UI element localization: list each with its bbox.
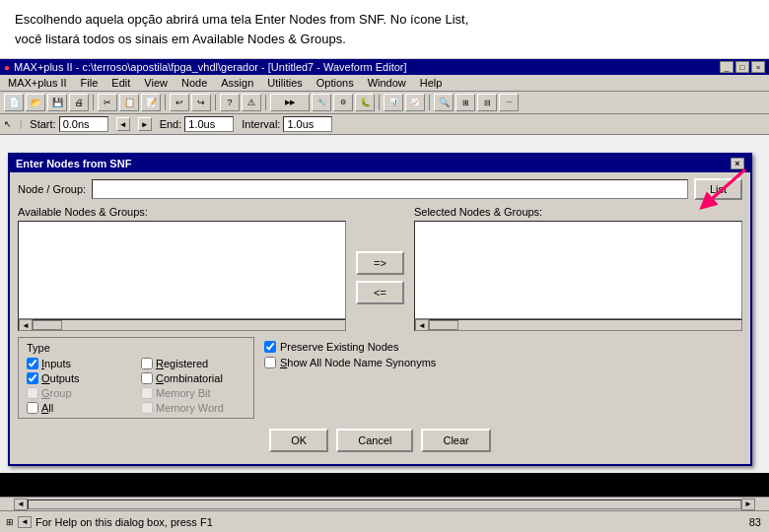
minimize-button[interactable]: _ [720,61,734,73]
menu-bar: MAX+plus II File Edit View Node Assign U… [0,75,769,92]
menu-utilities[interactable]: Utilities [261,76,308,90]
interval-input[interactable] [283,116,332,132]
help-text: For Help on this dialog box, press F1 [35,516,213,528]
toolbar-btn-3[interactable]: 💾 [47,94,67,111]
available-scroll-left[interactable]: ◄ [19,319,33,331]
cb-group: Group [27,387,131,399]
dialog-close-button[interactable]: × [731,158,744,169]
toolbar-btn-13[interactable]: 🔧 [312,94,331,111]
toolbar-btn-21[interactable]: ⋯ [499,94,519,111]
menu-maxplus[interactable]: MAX+plus II [2,76,73,90]
interval-field: Interval: [242,116,332,132]
available-scrollbar[interactable]: ◄ [18,319,346,331]
toolbar-btn-10[interactable]: ? [220,94,240,111]
available-scroll-thumb[interactable] [33,320,62,330]
window-title-label: MAX+plus II - c:\terroso\apostila\fpga_v… [14,61,407,73]
preserve-nodes-checkbox[interactable] [264,341,276,353]
available-listbox[interactable] [18,221,346,319]
toolbar-btn-16[interactable]: 📊 [384,94,403,111]
window-title-text: ● MAX+plus II - c:\terroso\apostila\fpga… [4,61,407,73]
cb-all-checkbox[interactable] [27,402,38,414]
toolbar-sep-3 [215,95,216,110]
selected-label: Selected Nodes & Groups: [414,206,742,218]
menu-node[interactable]: Node [175,76,213,90]
end-field: End: [160,116,235,132]
menu-options[interactable]: Options [311,76,360,90]
toolbar-btn-2[interactable]: 📂 [26,94,45,111]
maximize-button[interactable]: □ [735,61,749,73]
cb-registered-checkbox[interactable] [141,358,153,369]
page-number: 83 [749,516,761,528]
show-synonyms-checkbox[interactable] [264,357,276,368]
cb-all: All [27,402,131,414]
menu-help[interactable]: Help [414,76,449,90]
toolbar-btn-20[interactable]: ⊟ [477,94,497,111]
interval-label: Interval: [242,118,280,130]
start-input[interactable] [59,116,108,132]
cb-group-checkbox[interactable] [27,387,38,399]
toolbar-sep-2 [165,95,166,110]
nav-right-btn[interactable]: ► [138,117,152,131]
cancel-button[interactable]: Cancel [336,429,413,452]
scroll-left-arrow[interactable]: ◄ [14,499,28,510]
toolbar-btn-12[interactable]: ▶▶ [270,94,310,111]
selected-panel: Selected Nodes & Groups: ◄ [414,206,742,331]
scroll-track[interactable] [28,499,741,509]
window-controls: _ □ × [720,61,765,73]
toolbar-btn-19[interactable]: ⊞ [455,94,475,111]
selected-scrollbar[interactable]: ◄ [414,319,742,331]
toolbar-btn-15[interactable]: 🐛 [355,94,375,111]
toolbar-btn-17[interactable]: 📈 [405,94,425,111]
cb-outputs-checkbox[interactable] [27,372,38,384]
selected-scroll-thumb[interactable] [429,320,458,330]
toolbar-btn-9[interactable]: ↪ [191,94,211,111]
waveform-area [0,473,769,497]
toolbar-btn-5[interactable]: ✂ [98,94,117,111]
toolbar-btn-11[interactable]: ⚠ [242,94,261,111]
close-button[interactable]: × [751,61,765,73]
toolbar-btn-6[interactable]: 📋 [119,94,139,111]
end-input[interactable] [184,116,234,132]
cb-inputs-checkbox[interactable] [27,358,38,369]
status-bar: ⊞ ◄ For Help on this dialog box, press F… [0,510,769,532]
clear-button[interactable]: Clear [421,429,490,452]
cb-memory-word-checkbox[interactable] [141,402,153,414]
menu-edit[interactable]: Edit [105,76,136,90]
dialog-content: Node / Group: List Available Nodes & Gro… [10,172,750,464]
toolbar-btn-8[interactable]: ↩ [170,94,189,111]
list-button[interactable]: List [694,178,742,200]
start-field: Start: [30,116,107,132]
toolbar-btn-4[interactable]: 🖨 [69,94,89,111]
cb-combinatorial-checkbox[interactable] [141,372,153,384]
status-scroll-left[interactable]: ◄ [18,516,32,528]
time-bar: ↖ | Start: ◄ ► End: Interval: [0,114,769,135]
selected-listbox[interactable] [414,221,742,319]
cb-memory-bit: Memory Bit [141,387,245,399]
start-icon: | [20,119,22,129]
arrows-col: => <= [352,206,408,331]
ok-button[interactable]: OK [269,429,328,452]
toolbar-btn-1[interactable]: 📄 [4,94,24,111]
nav-left-btn[interactable]: ◄ [116,117,130,131]
toolbar-btn-14[interactable]: ⚙ [333,94,353,111]
toolbar-btn-7[interactable]: 📝 [141,94,161,111]
scroll-right-arrow[interactable]: ► [741,499,755,510]
selected-scroll-left[interactable]: ◄ [415,319,429,331]
node-group-input[interactable] [92,179,688,199]
start-label: Start: [30,118,55,130]
move-right-button[interactable]: => [356,251,404,275]
cb-memory-bit-label: Memory Bit [156,387,211,399]
node-group-row: Node / Group: List [18,178,742,200]
dialog-title-label: Enter Nodes from SNF [16,158,131,169]
cb-memory-bit-checkbox[interactable] [141,387,153,399]
toolbar-btn-18[interactable]: 🔍 [434,94,454,111]
panels-row: Available Nodes & Groups: ◄ => <= Select… [18,206,742,331]
move-left-button[interactable]: <= [356,281,404,304]
available-label: Available Nodes & Groups: [18,206,346,218]
bottom-buttons: OK Cancel Clear [18,429,742,458]
menu-file[interactable]: File [75,76,105,90]
menu-window[interactable]: Window [362,76,412,90]
menu-view[interactable]: View [138,76,174,90]
preserve-nodes-label: Preserve Existing Nodes [280,341,398,353]
menu-assign[interactable]: Assign [215,76,259,90]
